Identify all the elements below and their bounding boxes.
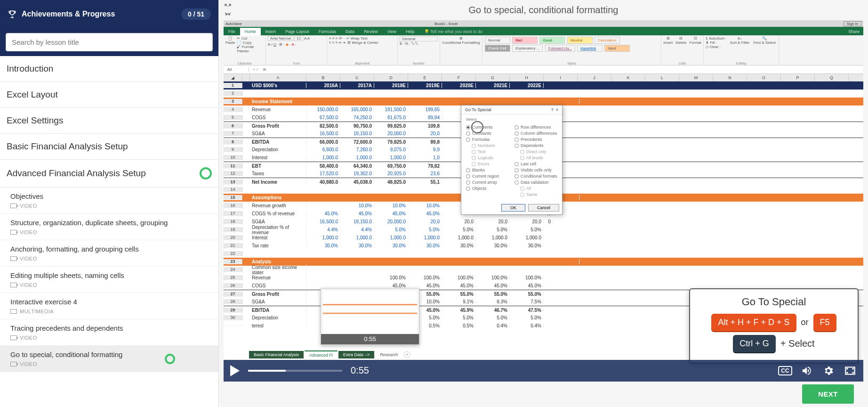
col-hdr[interactable]: F [442, 74, 476, 81]
signin-button[interactable]: Sign in [844, 21, 861, 26]
share-button[interactable]: Share [844, 28, 863, 35]
font-name[interactable]: Arial Narrow [268, 36, 293, 41]
style-good[interactable]: Good [539, 37, 565, 44]
col-hdr[interactable]: O [747, 74, 781, 81]
radio-option[interactable]: Text [472, 149, 509, 154]
radio-option[interactable]: Current array [466, 180, 509, 185]
format-cells[interactable]: Format [689, 41, 701, 45]
section-advanced-setup[interactable]: Advanced Financial Analysis Setup [0, 160, 218, 187]
lesson-gotospecial[interactable]: Go to special, conditional formatting VI… [0, 346, 218, 372]
add-sheet-icon[interactable]: + [404, 351, 410, 358]
find-select[interactable]: Find & Select [753, 41, 776, 45]
radio-option[interactable]: Row differences [514, 125, 557, 130]
col-hdr[interactable]: M [679, 74, 713, 81]
col-hdr[interactable]: B [306, 74, 340, 81]
number-format[interactable]: General [400, 36, 438, 41]
autosum[interactable]: AutoSum [709, 36, 724, 41]
radio-option[interactable]: Comments [466, 125, 509, 130]
sheet-tab[interactable]: Extra Data --> [338, 351, 374, 358]
col-hdr[interactable]: A [250, 74, 306, 81]
col-hdr[interactable]: N [713, 74, 747, 81]
section-excel-layout[interactable]: Excel Layout [0, 82, 218, 108]
insert-cells[interactable]: Insert [663, 41, 673, 45]
lesson-editing[interactable]: Editing multiple sheets, naming cells VI… [0, 267, 218, 293]
tab-view[interactable]: View [383, 28, 401, 35]
radio-option[interactable]: Data validation [514, 180, 557, 185]
next-button[interactable]: NEXT [802, 384, 854, 404]
expand-in-icon[interactable] [224, 11, 232, 20]
tab-file[interactable]: File [224, 28, 240, 35]
lesson-exercise4[interactable]: Interactive exercise 4 MULTIMEDIA [0, 293, 218, 319]
settings-button[interactable] [822, 364, 835, 377]
style-followed[interactable]: Followed Hy... [545, 45, 575, 52]
lesson-objectives[interactable]: Objectives VIDEO [0, 187, 218, 214]
col-hdr[interactable]: D [374, 74, 408, 81]
tab-help[interactable]: Help [401, 28, 419, 35]
lesson-tracing[interactable]: Tracing precedents and dependents VIDEO [0, 319, 218, 346]
wrap-text[interactable]: Wrap Text [351, 36, 368, 41]
tab-insert[interactable]: Insert [261, 28, 281, 35]
radio-option[interactable]: Last cell [514, 162, 557, 166]
radio-option[interactable]: Objects [466, 186, 509, 191]
radio-option[interactable]: All levels [520, 155, 557, 160]
radio-option[interactable]: Direct only [520, 149, 557, 154]
col-hdr[interactable]: I [544, 74, 578, 81]
col-hdr[interactable]: J [578, 74, 611, 81]
radio-option[interactable]: Same [520, 192, 557, 197]
clear[interactable]: Clear [709, 45, 718, 49]
progress-bar[interactable] [248, 370, 342, 372]
section-introduction[interactable]: Introduction [0, 56, 218, 82]
radio-option[interactable]: Conditional formats [514, 174, 557, 179]
tab-formulas[interactable]: Formulas [314, 28, 341, 35]
style-hyperlink[interactable]: Hyperlink [577, 45, 603, 52]
lesson-structure[interactable]: Structure, organization, duplicate sheet… [0, 214, 218, 240]
style-normal[interactable]: Normal [485, 37, 510, 44]
name-box[interactable]: A2 [225, 67, 249, 72]
help-icon[interactable]: ? [551, 107, 554, 112]
merge-center[interactable]: Merge & Center [352, 41, 378, 45]
sheet-tab[interactable]: Basic Financial Analysis [249, 351, 304, 358]
col-hdr[interactable]: Q [815, 74, 849, 81]
radio-option[interactable]: Constants [466, 131, 509, 136]
radio-option[interactable]: Formulas [466, 137, 509, 142]
style-check[interactable]: Check Cell [485, 45, 510, 52]
col-hdr[interactable]: K [611, 74, 645, 81]
captions-button[interactable]: CC [779, 364, 792, 377]
radio-option[interactable]: Blanks [466, 168, 509, 172]
radio-option[interactable]: Current region [466, 174, 509, 179]
resize-controls[interactable] [224, 3, 232, 20]
fill[interactable]: Fill [710, 41, 715, 45]
col-hdr[interactable]: P [781, 74, 815, 81]
lesson-anchoring[interactable]: Anchoring, formatting, and grouping cell… [0, 240, 218, 267]
col-hdr[interactable]: G [476, 74, 510, 81]
style-bad[interactable]: Bad [512, 37, 538, 44]
style-calc[interactable]: Calculation [595, 37, 620, 44]
style-input[interactable]: Input [604, 45, 630, 52]
col-hdr[interactable]: L [645, 74, 679, 81]
radio-option[interactable]: Column differences [514, 131, 557, 136]
copy-button[interactable]: Copy [243, 41, 252, 45]
tellme-label[interactable]: Tell me what you want to do [430, 29, 482, 34]
play-button[interactable] [230, 365, 240, 376]
style-neutral[interactable]: Neutral [567, 37, 593, 44]
expand-out-icon[interactable] [224, 3, 232, 11]
section-basic-setup[interactable]: Basic Financial Analysis Setup [0, 134, 218, 160]
sheet-tab-active[interactable]: Advanced Fi [305, 350, 338, 359]
radio-option[interactable]: Numbers [472, 143, 509, 148]
col-hdr[interactable]: H [510, 74, 544, 81]
section-excel-settings[interactable]: Excel Settings [0, 108, 218, 134]
tab-review[interactable]: Review [359, 28, 383, 35]
radio-option[interactable]: Visible cells only [514, 168, 557, 172]
tab-home[interactable]: Home [240, 28, 261, 35]
conditional-formatting[interactable]: Conditional Formatting [442, 41, 480, 45]
format-painter-button[interactable]: Format Painter [237, 45, 254, 53]
radio-option[interactable]: Precedents [514, 137, 557, 142]
lesson-list[interactable]: Introduction Excel Layout Excel Settings… [0, 56, 218, 407]
volume-button[interactable] [800, 364, 813, 377]
col-hdr[interactable]: E [408, 74, 442, 81]
col-hdr[interactable]: C [340, 74, 374, 81]
tab-data[interactable]: Data [341, 28, 359, 35]
tab-pagelayout[interactable]: Page Layout [281, 28, 314, 35]
video-frame[interactable]: AutoSave Book1 - Excel Sign in File Home… [224, 20, 863, 381]
font-size[interactable]: 11 [294, 36, 303, 41]
